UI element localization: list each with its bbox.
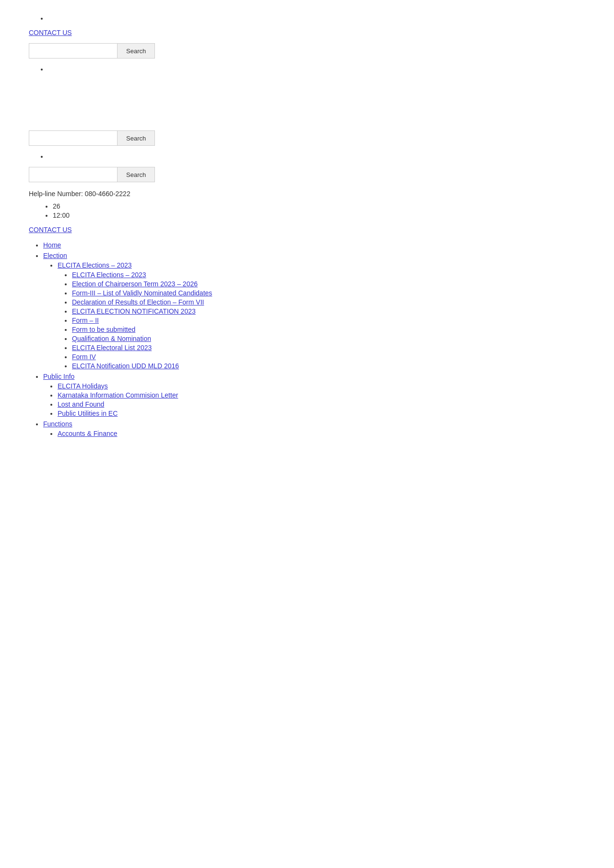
nav-item-home: Home: [43, 241, 585, 249]
top-bullet-section: [38, 14, 585, 22]
third-bullet-section: [38, 152, 585, 160]
nav-sub-elcita-2023: ELCITA Elections – 2023: [72, 271, 585, 279]
second-bullet-item: [48, 65, 585, 73]
nav-holidays-link[interactable]: ELCITA Holidays: [58, 382, 108, 390]
top-bullet-item: [48, 14, 585, 22]
nav-sub-election-chairperson: Election of Chairperson Term 2023 – 2026: [72, 280, 585, 288]
nav-sub-form-iii: Form-III – List of Validly Nominated Can…: [72, 289, 585, 297]
nav-sub-electoral-list: ELCITA Electoral List 2023: [72, 344, 585, 352]
nav-elcita-2023-link[interactable]: ELCITA Elections – 2023: [72, 271, 146, 279]
nav-item-election: Election ELCITA Elections – 2023 ELCITA …: [43, 252, 585, 370]
nav-form-iii-link[interactable]: Form-III – List of Validly Nominated Can…: [72, 289, 212, 297]
nav-election-link[interactable]: Election: [43, 252, 67, 259]
nav-sub-elcita-notification: ELCITA ELECTION NOTIFICATION 2023: [72, 307, 585, 315]
nav-public-utilities-link[interactable]: Public Utilities in EC: [58, 410, 118, 417]
nav-item-public-info: Public Info ELCITA Holidays Karnataka In…: [43, 373, 585, 417]
nav-sub-declaration: Declaration of Results of Election – For…: [72, 298, 585, 306]
search-input-2[interactable]: [29, 130, 118, 146]
nav-electoral-list-link[interactable]: ELCITA Electoral List 2023: [72, 344, 152, 352]
nav-item-functions: Functions Accounts & Finance: [43, 420, 585, 437]
nav-accounts-link[interactable]: Accounts & Finance: [58, 430, 118, 437]
nav-form-ii-link[interactable]: Form – II: [72, 317, 99, 324]
nav-declaration-link[interactable]: Declaration of Results of Election – For…: [72, 298, 204, 306]
nav-home-link[interactable]: Home: [43, 241, 61, 249]
nav-sub-lost-found: Lost and Found: [58, 400, 585, 408]
nav-public-info-link[interactable]: Public Info: [43, 373, 74, 380]
nav-elcita-udd-link[interactable]: ELCITA Notification UDD MLD 2016: [72, 362, 179, 370]
search-input-1[interactable]: [29, 43, 118, 59]
contact-us-top-link[interactable]: CONTACT US: [29, 29, 585, 36]
nav-elcita-parent-link[interactable]: ELCITA Elections – 2023: [58, 261, 132, 269]
main-nav: Home Election ELCITA Elections – 2023 EL…: [29, 241, 585, 437]
nav-election-chairperson-link[interactable]: Election of Chairperson Term 2023 – 2026: [72, 280, 198, 288]
search-button-2[interactable]: Search: [118, 130, 155, 146]
info-item-26: 26: [53, 202, 585, 210]
nav-sub-form-ii: Form – II: [72, 317, 585, 324]
nav-sub-form-iv: Form IV: [72, 353, 585, 361]
nav-item-elcita-parent: ELCITA Elections – 2023 ELCITA Elections…: [58, 261, 585, 370]
third-bullet-item: [48, 152, 585, 160]
nav-sub-elcita-udd: ELCITA Notification UDD MLD 2016: [72, 362, 585, 370]
second-bullet-section: [38, 65, 585, 73]
nav-form-submit-link[interactable]: Form to be submitted: [72, 326, 135, 333]
nav-sub-form-submit: Form to be submitted: [72, 326, 585, 333]
search-input-3[interactable]: [29, 167, 118, 182]
nav-elcita-notification-link[interactable]: ELCITA ELECTION NOTIFICATION 2023: [72, 307, 196, 315]
helpline-text: Help-line Number: 080-4660-2222: [29, 190, 585, 198]
info-item-time: 12:00: [53, 211, 585, 219]
search-row-3: Search: [29, 167, 585, 182]
nav-functions-link[interactable]: Functions: [43, 420, 72, 428]
search-row-2: Search: [29, 130, 585, 146]
nav-sub-accounts: Accounts & Finance: [58, 430, 585, 437]
contact-us-bottom-link[interactable]: CONTACT US: [29, 226, 585, 234]
nav-form-iv-link[interactable]: Form IV: [72, 353, 96, 361]
search-button-1[interactable]: Search: [118, 43, 155, 59]
nav-sub-holidays: ELCITA Holidays: [58, 382, 585, 390]
nav-sub-qualification: Qualification & Nomination: [72, 335, 585, 342]
nav-sub-karnataka: Karnataka Information Commision Letter: [58, 391, 585, 399]
search-row-1: Search: [29, 43, 585, 59]
nav-lost-found-link[interactable]: Lost and Found: [58, 400, 104, 408]
nav-qualification-link[interactable]: Qualification & Nomination: [72, 335, 151, 342]
nav-sub-public-utilities: Public Utilities in EC: [58, 410, 585, 417]
info-list: 26 12:00: [43, 202, 585, 219]
search-button-3[interactable]: Search: [118, 167, 155, 182]
nav-karnataka-link[interactable]: Karnataka Information Commision Letter: [58, 391, 178, 399]
